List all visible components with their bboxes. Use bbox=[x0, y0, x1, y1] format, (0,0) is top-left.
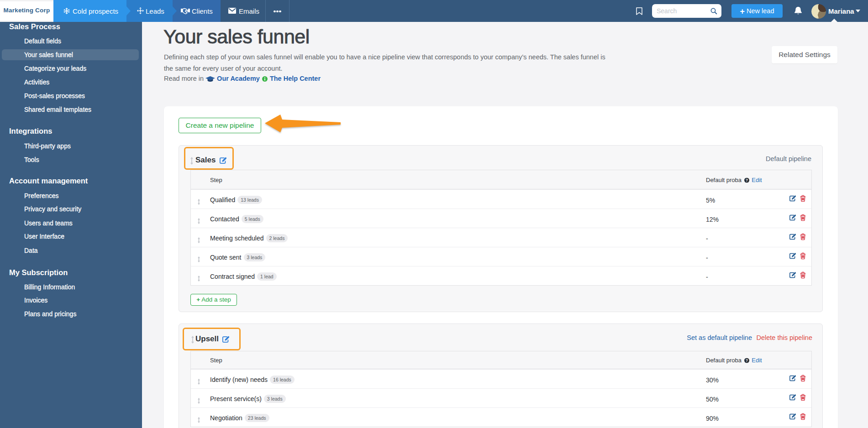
svg-text:?: ? bbox=[746, 359, 748, 363]
svg-text:?: ? bbox=[746, 178, 748, 182]
